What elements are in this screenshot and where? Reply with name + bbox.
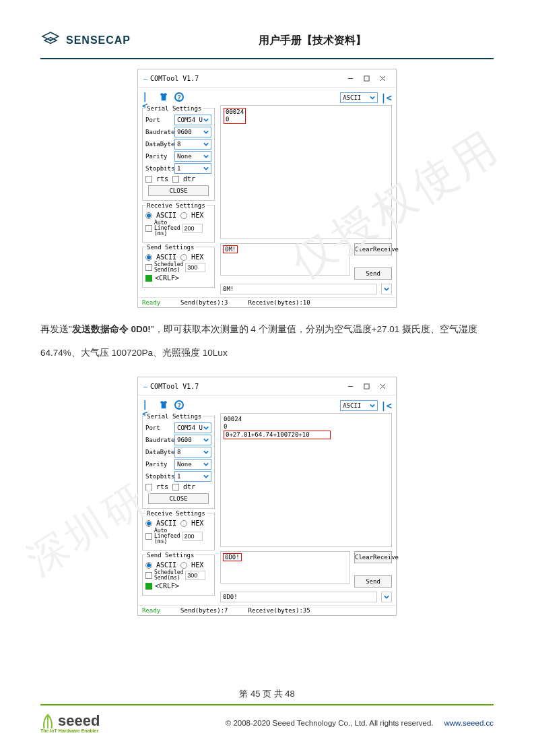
parity-select[interactable]: None xyxy=(174,459,211,470)
scheduled-checkbox[interactable] xyxy=(145,264,152,271)
statusbar: Ready Send(bytes):7 Receive(bytes):35 xyxy=(138,605,396,615)
stopbits-select[interactable]: 1 xyxy=(174,471,211,482)
scheduled-checkbox[interactable] xyxy=(145,572,152,579)
minimize-button[interactable] xyxy=(342,72,358,84)
rx-ascii-radio[interactable] xyxy=(145,212,152,219)
stopbits-select[interactable]: 1 xyxy=(174,163,211,174)
scheduled-label: ScheduledSend(ms) xyxy=(154,570,183,581)
receive-settings-group: Receive Settings ASCII HEX AutoLinefeed(… xyxy=(142,205,215,243)
close-port-button[interactable]: CLOSE xyxy=(148,185,209,196)
tx-hex-radio[interactable] xyxy=(180,254,187,261)
seeed-tagline: The IoT Hardware Enabler xyxy=(40,728,100,733)
close-window-button[interactable] xyxy=(374,380,391,392)
tx-hex-radio[interactable] xyxy=(180,562,187,569)
comtool-window-2: — COMTool V1.7 |< ? Serial Settings Port… xyxy=(137,377,397,616)
collapse-icon[interactable]: |< xyxy=(142,400,153,410)
footer-copyright: © 2008-2020 Seeed Technology Co., Ltd. A… xyxy=(226,719,434,727)
parity-select[interactable]: None xyxy=(174,151,211,162)
tx-highlight: 0M! xyxy=(223,245,238,253)
status-recv-bytes: Receive(bytes):10 xyxy=(248,299,310,306)
scheduled-input[interactable] xyxy=(185,571,205,580)
databytes-select[interactable]: 8 xyxy=(174,447,211,458)
clear-receive-button[interactable]: ClearReceive xyxy=(354,551,392,563)
minimize-button[interactable] xyxy=(342,380,358,392)
svg-rect-4 xyxy=(364,75,368,80)
collapse-right-icon[interactable]: |< xyxy=(380,401,392,410)
comtool-window-1: — COMTool V1.7 |< ? Serial Settings Port xyxy=(137,69,397,308)
close-port-button[interactable]: CLOSE xyxy=(148,493,209,504)
dtr-label: dtr xyxy=(183,483,195,491)
tx-ascii-radio[interactable] xyxy=(145,254,152,261)
encoding-select[interactable]: ASCII xyxy=(340,400,378,411)
help-icon[interactable]: ? xyxy=(174,400,184,410)
status-ready: Ready xyxy=(142,607,160,614)
crlf-checkbox[interactable] xyxy=(145,583,152,590)
titlebar: — COMTool V1.7 xyxy=(138,69,396,88)
autolf-checkbox[interactable] xyxy=(145,533,152,540)
send-line-input[interactable]: 0D0! xyxy=(220,592,377,602)
receive-legend: Receive Settings xyxy=(145,202,207,209)
rx-hex-label: HEX xyxy=(191,212,203,219)
serial-settings-group: Serial Settings Port COM54 U Baudrate 96… xyxy=(142,108,215,201)
collapse-right-icon[interactable]: |< xyxy=(380,93,392,102)
databytes-select[interactable]: 8 xyxy=(174,139,211,150)
rx-line: 0 xyxy=(224,423,227,430)
autolf-label: AutoLinefeed(ms) xyxy=(154,528,180,544)
receive-settings-group: Receive Settings ASCIIHEX AutoLinefeed(m… xyxy=(142,513,215,550)
parity-label: Parity xyxy=(145,153,172,160)
baud-select[interactable]: 9600 xyxy=(174,127,211,137)
status-send-bytes: Send(bytes):7 xyxy=(180,607,228,614)
rx-hex-label: HEX xyxy=(191,519,203,527)
baud-select[interactable]: 9600 xyxy=(174,435,211,445)
tx-ascii-radio[interactable] xyxy=(145,562,152,569)
autolf-input[interactable] xyxy=(182,532,203,541)
help-icon[interactable]: ? xyxy=(174,92,184,102)
serial-legend: Serial Settings xyxy=(145,413,203,420)
send-textarea[interactable]: 0D0! xyxy=(220,551,350,584)
crlf-checkbox[interactable] xyxy=(145,275,152,282)
receive-textarea[interactable]: 00024 0 0+27.01+64.74+100720+10 xyxy=(220,413,392,547)
page-number: 第 45 页 共 48 xyxy=(40,688,494,700)
crlf-label: <CRLF> xyxy=(155,274,179,282)
rts-checkbox[interactable] xyxy=(145,176,152,183)
window-title: COMTool V1.7 xyxy=(150,75,342,82)
rx-hex-radio[interactable] xyxy=(180,520,187,527)
encoding-select[interactable]: ASCII xyxy=(340,92,378,103)
tx-hex-label: HEX xyxy=(191,561,203,569)
send-line-input[interactable]: 0M! xyxy=(220,284,377,294)
port-select[interactable]: COM54 U xyxy=(174,115,211,125)
dtr-checkbox[interactable] xyxy=(172,176,179,183)
close-window-button[interactable] xyxy=(374,72,391,84)
send-button[interactable]: Send xyxy=(354,267,392,280)
collapse-icon[interactable]: |< xyxy=(142,92,153,102)
sensecap-icon xyxy=(40,30,61,51)
sensecap-brand-text: SENSECAP xyxy=(66,34,131,46)
scheduled-input[interactable] xyxy=(185,263,205,272)
send-history-dropdown[interactable] xyxy=(381,592,392,602)
shirt-icon[interactable] xyxy=(158,400,169,410)
clear-receive-button[interactable]: ClearReceive xyxy=(354,243,392,255)
databytes-label: DataBytes xyxy=(145,449,172,455)
footer-link[interactable]: www.seeed.cc xyxy=(444,719,494,727)
scheduled-label: ScheduledSend(ms) xyxy=(154,262,183,273)
autolf-checkbox[interactable] xyxy=(145,225,152,232)
maximize-button[interactable] xyxy=(358,72,374,84)
port-select[interactable]: COM54 U xyxy=(174,422,211,433)
send-button[interactable]: Send xyxy=(354,575,392,588)
maximize-button[interactable] xyxy=(358,380,374,392)
rx-hex-radio[interactable] xyxy=(180,212,187,219)
rx-ascii-label: ASCII xyxy=(156,212,176,219)
dtr-checkbox[interactable] xyxy=(172,484,179,491)
send-history-dropdown[interactable] xyxy=(381,284,392,294)
autolf-label: AutoLinefeed(ms) xyxy=(154,220,180,237)
autolf-input[interactable] xyxy=(182,224,203,233)
receive-textarea[interactable]: 000240 xyxy=(220,105,392,239)
rts-checkbox[interactable] xyxy=(145,484,152,491)
send-textarea[interactable]: 0M! xyxy=(220,243,350,276)
doc-title: 用户手册【技术资料】 xyxy=(131,34,494,48)
crlf-label: <CRLF> xyxy=(155,582,179,590)
stopbits-label: Stopbits xyxy=(145,473,172,480)
tx-ascii-label: ASCII xyxy=(156,253,176,261)
rx-ascii-radio[interactable] xyxy=(145,520,152,527)
shirt-icon[interactable] xyxy=(158,92,169,102)
